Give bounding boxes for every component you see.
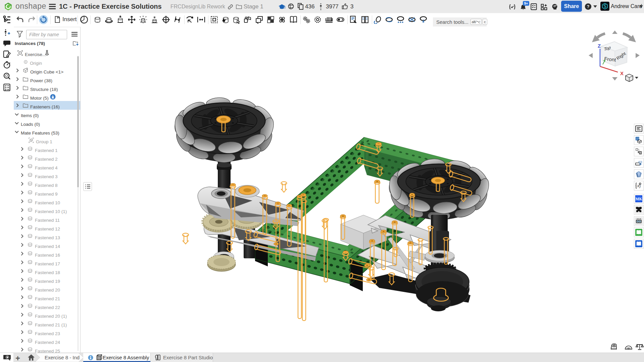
svg-text:X: X bbox=[620, 70, 624, 76]
svg-text:MK: MK bbox=[636, 197, 642, 201]
svg-text:?: ? bbox=[587, 4, 589, 9]
svg-text:Z: Z bbox=[598, 43, 601, 49]
